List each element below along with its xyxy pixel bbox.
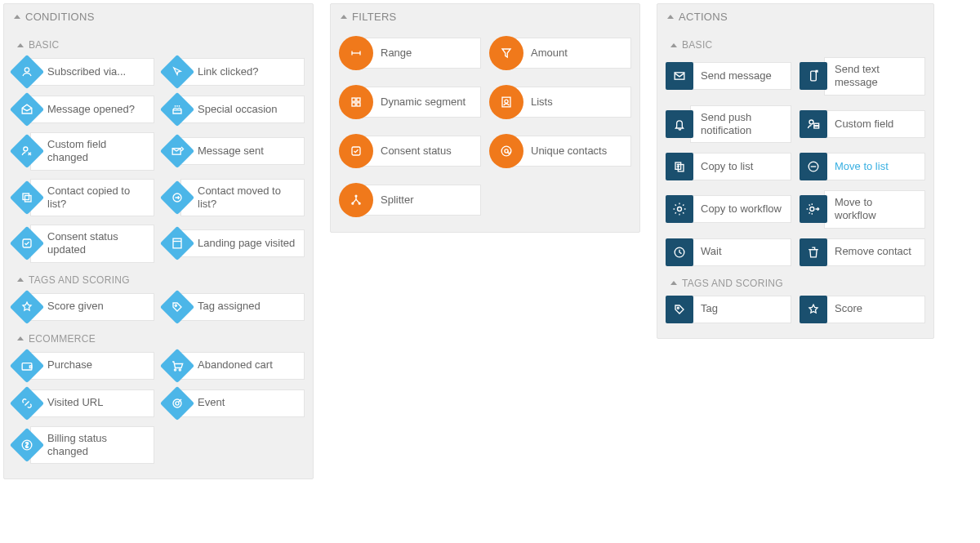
- item-label: Copy to list: [690, 153, 791, 180]
- bell-icon: [666, 110, 693, 138]
- actions-item[interactable]: Wait: [666, 238, 791, 266]
- conditions-item[interactable]: Visited URL: [12, 389, 154, 418]
- conditions-item[interactable]: Subscribed via...: [12, 57, 154, 87]
- cake-icon: [163, 95, 192, 124]
- link-icon: [12, 389, 42, 418]
- actions-item[interactable]: Score: [800, 296, 925, 323]
- item-label: Remove contact: [824, 238, 925, 266]
- filters-item[interactable]: Unique contacts: [489, 134, 631, 168]
- filters-item[interactable]: Splitter: [339, 183, 481, 217]
- filters-panel: FILTERS RangeAmountDynamic segmentListsC…: [330, 3, 640, 233]
- actions-item[interactable]: Move to workflow: [800, 190, 925, 229]
- chevron-up-icon: [670, 43, 677, 47]
- chevron-up-icon: [341, 15, 347, 19]
- cart-icon: [163, 351, 192, 381]
- actions-item[interactable]: Copy to workflow: [666, 190, 791, 229]
- range-icon: [339, 36, 373, 70]
- filters-item[interactable]: Range: [339, 36, 481, 70]
- user-edit-icon: [12, 136, 42, 166]
- group-header[interactable]: TAGS AND SCORING: [666, 271, 925, 292]
- item-label: Special occasion: [180, 96, 305, 123]
- conditions-item[interactable]: Abandoned cart: [163, 351, 305, 381]
- conditions-item[interactable]: Tag assigned: [163, 292, 305, 322]
- item-label: Send text message: [824, 57, 925, 96]
- envelope-send-icon: [163, 136, 192, 166]
- item-label: Visited URL: [30, 389, 154, 417]
- group-header[interactable]: ECOMMERCE: [12, 327, 305, 348]
- item-label: Contact copied to list?: [30, 179, 154, 217]
- group-header[interactable]: TAGS AND SCORING: [12, 268, 305, 289]
- star-icon: [800, 296, 827, 323]
- actions-item[interactable]: Tag: [666, 296, 791, 323]
- conditions-item[interactable]: Score given: [12, 292, 154, 322]
- group-title: TAGS AND SCORING: [682, 278, 783, 289]
- actions-title: ACTIONS: [679, 11, 728, 23]
- dollar-icon: [12, 430, 42, 460]
- item-label: Tag: [690, 296, 791, 323]
- conditions-header[interactable]: CONDITIONS: [4, 4, 313, 29]
- filters-item[interactable]: Lists: [489, 85, 631, 119]
- item-label: Range: [359, 38, 481, 69]
- conditions-item[interactable]: Contact moved to list?: [163, 179, 305, 217]
- conditions-item[interactable]: Consent status updated: [12, 225, 154, 263]
- group-title: BASIC: [682, 39, 713, 51]
- wallet-icon: [12, 351, 42, 381]
- chevron-up-icon: [14, 15, 20, 19]
- user-icon: [12, 57, 42, 87]
- chevron-up-icon: [670, 281, 677, 285]
- conditions-item[interactable]: Message opened?: [12, 95, 154, 124]
- conditions-item[interactable]: Special occasion: [163, 95, 305, 124]
- item-label: Purchase: [30, 352, 154, 380]
- conditions-item[interactable]: Link clicked?: [163, 57, 305, 87]
- actions-item[interactable]: Copy to list: [666, 153, 791, 180]
- grid-icon: [339, 85, 373, 119]
- filters-item[interactable]: Amount: [489, 36, 631, 70]
- group-header[interactable]: BASIC: [12, 33, 305, 54]
- group-title: ECOMMERCE: [29, 333, 96, 345]
- clock-icon: [666, 238, 693, 266]
- item-label: Event: [180, 389, 305, 417]
- actions-item[interactable]: Custom field: [800, 105, 925, 144]
- check-box-icon: [339, 134, 373, 168]
- item-label: Send push notification: [690, 105, 791, 144]
- copy-icon: [12, 183, 42, 212]
- conditions-item[interactable]: Contact copied to list?: [12, 179, 154, 217]
- conditions-item[interactable]: Custom field changed: [12, 132, 154, 171]
- conditions-item[interactable]: Purchase: [12, 351, 154, 381]
- item-label: Tag assigned: [180, 293, 305, 321]
- split-icon: [339, 183, 373, 217]
- move-icon: [163, 183, 192, 212]
- item-label: Lists: [509, 87, 631, 118]
- filters-header[interactable]: FILTERS: [331, 4, 639, 29]
- item-label: Message opened?: [30, 96, 154, 123]
- actions-item[interactable]: Send message: [666, 57, 791, 96]
- item-label: Link clicked?: [180, 58, 305, 86]
- gear-move-icon: [800, 195, 827, 223]
- item-label: Score: [824, 296, 925, 323]
- item-label: Subscribed via...: [30, 58, 154, 86]
- actions-item[interactable]: Move to list: [800, 153, 925, 180]
- trash-icon: [800, 238, 827, 266]
- item-label: Custom field: [824, 110, 925, 138]
- item-label: Splitter: [359, 185, 481, 216]
- group-header[interactable]: BASIC: [666, 33, 925, 54]
- conditions-item[interactable]: Landing page visited: [163, 225, 305, 263]
- item-label: Copy to workflow: [690, 195, 791, 223]
- envelope-open-icon: [12, 95, 42, 124]
- chevron-up-icon: [17, 336, 24, 340]
- actions-header[interactable]: ACTIONS: [657, 4, 933, 29]
- actions-item[interactable]: Remove contact: [800, 238, 925, 266]
- at-icon: [489, 134, 523, 168]
- actions-item[interactable]: Send push notification: [666, 105, 791, 144]
- conditions-item[interactable]: Event: [163, 389, 305, 418]
- conditions-panel: CONDITIONS BASICSubscribed via...Link cl…: [3, 3, 314, 479]
- item-label: Abandoned cart: [180, 352, 305, 380]
- filters-item[interactable]: Dynamic segment: [339, 85, 481, 119]
- item-label: Move to list: [824, 153, 925, 180]
- actions-item[interactable]: Send text message: [800, 57, 925, 96]
- item-label: Message sent: [180, 137, 305, 165]
- star-icon: [12, 292, 42, 322]
- filters-item[interactable]: Consent status: [339, 134, 481, 168]
- conditions-item[interactable]: Message sent: [163, 132, 305, 171]
- conditions-item[interactable]: Billing status changed: [12, 426, 154, 465]
